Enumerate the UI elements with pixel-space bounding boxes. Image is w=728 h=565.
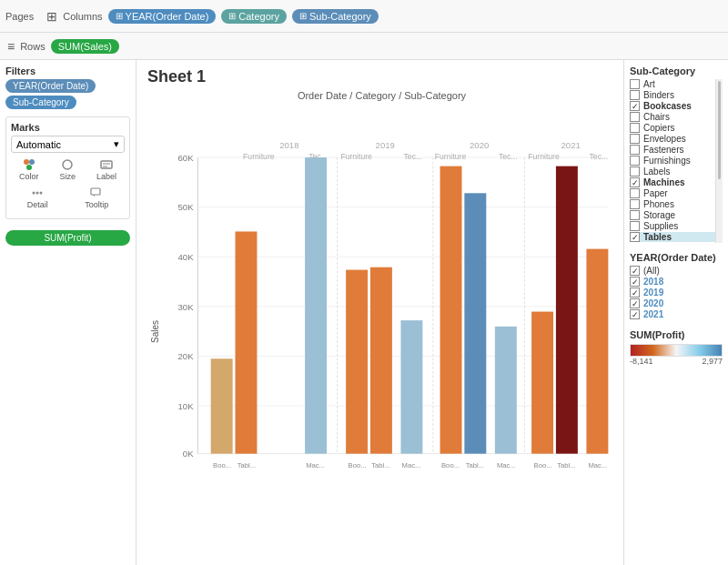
profit-gradient	[630, 344, 723, 357]
svg-rect-50	[495, 327, 517, 454]
svg-point-9	[40, 192, 43, 195]
svg-text:Mac...: Mac...	[402, 461, 421, 469]
legend-item-storage[interactable]: Storage	[630, 210, 723, 220]
legend-item-2018[interactable]: 2018	[630, 277, 723, 287]
profit-min: -8,141	[630, 357, 653, 366]
size-mark[interactable]: Size	[59, 157, 76, 181]
legend-item-2019[interactable]: 2019	[630, 288, 723, 298]
svg-text:Mac...: Mac...	[306, 461, 325, 469]
legend-item-copiers[interactable]: Copiers	[630, 123, 723, 133]
svg-point-8	[36, 192, 39, 195]
svg-rect-42	[211, 358, 233, 453]
svg-text:40K: 40K	[178, 252, 195, 262]
svg-rect-4	[101, 161, 112, 168]
legend-item-chairs[interactable]: Chairs	[630, 112, 723, 122]
chairs-checkbox[interactable]	[630, 112, 640, 122]
svg-text:Furniture: Furniture	[435, 152, 467, 161]
color-icon	[22, 157, 36, 172]
svg-point-3	[63, 160, 72, 169]
svg-point-7	[33, 192, 35, 195]
phones-checkbox[interactable]	[630, 199, 640, 209]
svg-text:Tabl...: Tabl...	[466, 461, 484, 469]
svg-text:Tabl...: Tabl...	[238, 461, 256, 469]
detail-mark[interactable]: Detail	[27, 186, 48, 209]
legend-item-paper[interactable]: Paper	[630, 188, 723, 198]
labels-checkbox[interactable]	[630, 166, 640, 177]
svg-text:10K: 10K	[178, 401, 195, 411]
chart-title: Sheet 1	[147, 67, 616, 86]
y2019-checkbox[interactable]	[630, 288, 640, 298]
filter-year[interactable]: YEAR(Order Date)	[5, 79, 96, 93]
legend-item-art[interactable]: Art	[630, 79, 723, 89]
y2021-checkbox[interactable]	[630, 309, 640, 319]
columns-icon: ⊞	[46, 9, 57, 24]
label-icon	[99, 157, 114, 172]
legend-item-furnishings[interactable]: Furnishings	[630, 156, 723, 166]
svg-text:2020: 2020	[470, 140, 489, 150]
year-order-date-pill[interactable]: ⊞ YEAR(Order Date)	[108, 9, 217, 24]
marks-type-dropdown[interactable]: Automatic ▾	[11, 136, 125, 153]
label-mark[interactable]: Label	[96, 157, 116, 181]
legend-item-labels[interactable]: Labels	[630, 166, 723, 177]
category-pill[interactable]: ⊞ Category	[221, 9, 287, 24]
legend-item-bookcases[interactable]: Bookcases	[630, 101, 723, 111]
paper-checkbox[interactable]	[630, 188, 640, 198]
svg-point-0	[24, 159, 29, 165]
svg-text:0K: 0K	[183, 449, 194, 459]
legend-item-supplies[interactable]: Supplies	[630, 221, 723, 231]
svg-text:Furniture: Furniture	[340, 152, 372, 161]
svg-text:Boo...: Boo...	[441, 461, 460, 469]
svg-text:Tec...: Tec...	[590, 152, 609, 161]
year-legend-title: YEAR(Order Date)	[630, 252, 723, 263]
sum-sales-pill[interactable]: SUM(Sales)	[51, 39, 119, 54]
sub-category-legend-title: Sub-Category	[630, 66, 723, 76]
bookcases-checkbox[interactable]	[630, 101, 640, 111]
legend-item-2021[interactable]: 2021	[630, 309, 723, 319]
color-mark[interactable]: Color	[19, 157, 39, 181]
sum-profit-button[interactable]: SUM(Profit)	[5, 230, 130, 246]
legend-item-2020[interactable]: 2020	[630, 298, 723, 308]
svg-text:60K: 60K	[178, 153, 195, 163]
fasteners-checkbox[interactable]	[630, 145, 640, 155]
legend-item-binders[interactable]: Binders	[630, 90, 723, 100]
svg-text:Tec...: Tec...	[499, 152, 518, 161]
tooltip-mark[interactable]: Tooltip	[85, 186, 108, 209]
y-axis-label: Sales	[147, 105, 163, 558]
legend-item-phones[interactable]: Phones	[630, 199, 723, 209]
svg-rect-52	[556, 166, 578, 454]
svg-rect-43	[235, 231, 257, 453]
tooltip-icon	[89, 186, 104, 200]
all-checkbox[interactable]	[630, 266, 640, 276]
y2020-checkbox[interactable]	[630, 298, 640, 308]
machines-checkbox[interactable]	[630, 177, 640, 187]
binders-checkbox[interactable]	[630, 90, 640, 100]
svg-text:Mac...: Mac...	[497, 461, 516, 469]
filter-subcategory[interactable]: Sub-Category	[5, 96, 76, 109]
legend-item-machines[interactable]: Machines	[630, 177, 723, 187]
tables-checkbox[interactable]	[630, 232, 640, 242]
svg-text:30K: 30K	[178, 302, 195, 312]
art-checkbox[interactable]	[630, 79, 640, 89]
svg-text:Tabl...: Tabl...	[557, 461, 575, 469]
envelopes-checkbox[interactable]	[630, 134, 640, 144]
furnishings-checkbox[interactable]	[630, 156, 640, 166]
filters-title: Filters	[5, 66, 130, 76]
dropdown-arrow: ▾	[114, 138, 119, 150]
svg-text:2021: 2021	[561, 140, 581, 150]
svg-text:Boo...: Boo...	[213, 461, 231, 469]
y2018-checkbox[interactable]	[630, 277, 640, 287]
copiers-checkbox[interactable]	[630, 123, 640, 133]
svg-rect-48	[440, 166, 462, 454]
legend-item-envelopes[interactable]: Envelopes	[630, 134, 723, 144]
storage-checkbox[interactable]	[630, 210, 640, 220]
legend-item-all[interactable]: (All)	[630, 266, 723, 276]
profit-max: 2,977	[702, 357, 723, 366]
svg-text:Boo...: Boo...	[349, 461, 367, 469]
legend-item-tables[interactable]: Tables	[630, 232, 723, 242]
legend-item-fasteners[interactable]: Fasteners	[630, 145, 723, 155]
svg-rect-51	[531, 312, 553, 454]
sub-category-pill[interactable]: ⊞ Sub-Category	[292, 9, 379, 24]
svg-rect-47	[400, 320, 422, 454]
supplies-checkbox[interactable]	[630, 221, 640, 231]
detail-icon	[30, 186, 45, 200]
